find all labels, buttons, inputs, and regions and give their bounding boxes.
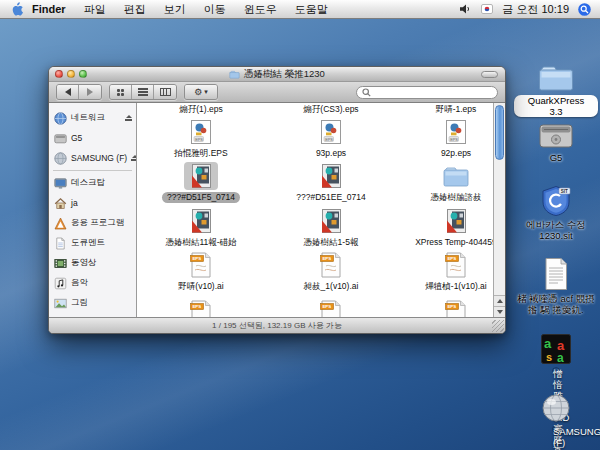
- file-item[interactable]: 野哢-1.eps: [401, 104, 505, 115]
- file-item[interactable]: 煽孖(1).eps: [146, 104, 256, 115]
- illustrator-ai-file-icon: EPS: [445, 300, 467, 317]
- file-item[interactable]: ???#D51EE_0714: [276, 162, 386, 203]
- illustrator-ai-file-icon: EPS: [445, 252, 467, 278]
- sidebar-item-music[interactable]: 음악: [49, 273, 136, 293]
- finder-window: 憑媋樹結 榮推1230 ⚙ ▾: [48, 66, 506, 334]
- search-icon: [362, 88, 371, 97]
- folder-proxy-icon[interactable]: [229, 70, 240, 79]
- sidebar-item-home[interactable]: ja: [49, 193, 136, 213]
- asia-font-icon: aasa: [540, 333, 572, 365]
- status-bar: 1 / 195 선택됨, 132.19 GB 사용 가능: [49, 317, 505, 333]
- menu-edit[interactable]: 편집: [115, 0, 155, 18]
- resize-grip[interactable]: [492, 320, 504, 332]
- input-menu-korean-flag-icon[interactable]: [481, 4, 493, 14]
- file-item[interactable]: EPS 93p.eps: [276, 118, 386, 159]
- search-field[interactable]: [356, 86, 498, 99]
- menu-file[interactable]: 파일: [75, 0, 115, 18]
- network-globe-icon: [54, 112, 67, 125]
- file-item-partial[interactable]: EPS: [276, 299, 386, 317]
- quark-document-icon: [443, 208, 469, 234]
- file-browser-content: 煽孖(1).eps 煽孖(CS3).eps 野哢-1.eps EPS 拍惃雅明.…: [137, 103, 505, 317]
- file-item[interactable]: EPS 爗犆楨-1(v10).ai: [401, 251, 505, 292]
- file-item[interactable]: 憑媋樹結11報-碏始: [146, 207, 256, 248]
- quark-document-icon: [318, 208, 344, 234]
- svg-text:EPS: EPS: [325, 138, 333, 142]
- eject-icon[interactable]: [125, 115, 132, 121]
- sidebar-item-network[interactable]: 네트워크: [49, 108, 136, 128]
- window-title-bar[interactable]: 憑媋樹結 榮推1230: [49, 67, 505, 82]
- file-item[interactable]: EPS 拍惃雅明.EPS: [146, 118, 256, 159]
- quark-document-icon: [318, 163, 344, 189]
- gear-icon: ⚙: [194, 87, 202, 97]
- file-item-selected[interactable]: ???#D51F5_0714: [146, 162, 256, 203]
- photoshop-eps-file-icon: EPS: [188, 119, 214, 145]
- sidebar-item-samsung[interactable]: SAMSUNG (F): [49, 148, 136, 168]
- toolbar-toggle-pill-button[interactable]: [481, 71, 498, 78]
- column-view-button[interactable]: [154, 85, 176, 99]
- svg-text:a: a: [544, 336, 552, 351]
- desktop-icon: [54, 177, 67, 190]
- illustrator-ai-file-icon: EPS: [320, 300, 342, 317]
- zoom-button[interactable]: [79, 70, 87, 78]
- search-input[interactable]: [374, 87, 484, 97]
- scroll-down-button[interactable]: [494, 306, 505, 317]
- list-view-button[interactable]: [132, 85, 154, 99]
- eject-icon[interactable]: [131, 155, 136, 161]
- network-globe-icon: [541, 393, 571, 423]
- svg-text:EPS: EPS: [447, 304, 456, 309]
- svg-text:EPS: EPS: [322, 304, 331, 309]
- desktop-icon-sit-archive[interactable]: SIT 에바카스 수정1230.sit: [514, 185, 598, 241]
- forward-button[interactable]: [79, 85, 101, 99]
- volume-icon[interactable]: [459, 4, 472, 14]
- action-gear-button[interactable]: ⚙ ▾: [185, 85, 217, 99]
- sidebar: 네트워크 G5 SAMSUNG (F) 데스크탑: [49, 103, 137, 317]
- sidebar-item-label: G5: [71, 133, 82, 143]
- file-item[interactable]: XPress Temp-404459: [401, 207, 505, 248]
- file-item[interactable]: 煽孖(CS3).eps: [276, 104, 386, 115]
- sidebar-item-desktop[interactable]: 데스크탑: [49, 173, 136, 193]
- menu-finder[interactable]: Finder: [25, 0, 75, 18]
- desktop-icon-quarkxpress-folder[interactable]: QuarkXPress 3.3: [514, 63, 598, 117]
- apple-menu-icon[interactable]: [9, 2, 25, 16]
- scroll-up-button[interactable]: [494, 295, 505, 306]
- menu-bar-clock[interactable]: 금 오전 10:19: [502, 2, 569, 17]
- text-document-icon: [542, 257, 570, 291]
- desktop-icon-asia-cid-font[interactable]: aasa 憎愔雅欥CID 寰庭直樝: [514, 333, 598, 375]
- home-icon: [54, 197, 67, 210]
- menu-window[interactable]: 윈도우: [235, 0, 286, 18]
- svg-text:EPS: EPS: [192, 256, 201, 261]
- scrollbar-thumb[interactable]: [495, 105, 504, 160]
- svg-text:EPS: EPS: [195, 138, 203, 142]
- desktop-icon-g5-disk[interactable]: G5: [514, 122, 598, 163]
- sidebar-item-label: ja: [71, 198, 78, 208]
- desktop-icon-samsung-volume[interactable]: SAMSUNG (F): [514, 393, 598, 433]
- file-item[interactable]: EPS 昶敊_1(v10).ai: [276, 251, 386, 292]
- file-item[interactable]: 憑媋樹結1-5報: [276, 207, 386, 248]
- desktop-icon-acf-document[interactable]: 楮 裓喹憑 acf 覞摂揝 騔 捲羮釚.: [514, 257, 598, 315]
- hard-disk-icon: [54, 132, 67, 145]
- menu-go[interactable]: 이동: [195, 0, 235, 18]
- file-item[interactable]: EPS 92p.eps: [401, 118, 505, 159]
- sidebar-item-g5[interactable]: G5: [49, 128, 136, 148]
- sidebar-item-label: SAMSUNG (F): [71, 153, 127, 163]
- file-item[interactable]: EPS 野哢(v10).ai: [146, 251, 256, 292]
- sidebar-item-pictures[interactable]: 그림: [49, 293, 136, 313]
- file-item-partial[interactable]: EPS: [401, 299, 505, 317]
- spotlight-icon[interactable]: [578, 3, 591, 16]
- vertical-scrollbar[interactable]: [493, 103, 505, 317]
- sidebar-item-documents[interactable]: 도큐멘트: [49, 233, 136, 253]
- close-button[interactable]: [55, 70, 63, 78]
- hard-disk-icon: [538, 122, 574, 150]
- scroll-down-icon: [497, 310, 503, 314]
- menu-help[interactable]: 도움말: [286, 0, 337, 18]
- file-item-partial[interactable]: EPS: [146, 299, 256, 317]
- window-body: 네트워크 G5 SAMSUNG (F) 데스크탑: [49, 103, 505, 317]
- icon-view-button[interactable]: [110, 85, 132, 99]
- minimize-button[interactable]: [67, 70, 75, 78]
- menu-view[interactable]: 보기: [155, 0, 195, 18]
- back-button[interactable]: [57, 85, 79, 99]
- file-item[interactable]: 憑媋樹牏諮敊: [401, 162, 505, 203]
- folder-icon: [442, 164, 470, 189]
- sidebar-item-applications[interactable]: 응용 프로그램: [49, 213, 136, 233]
- sidebar-item-movies[interactable]: 동영상: [49, 253, 136, 273]
